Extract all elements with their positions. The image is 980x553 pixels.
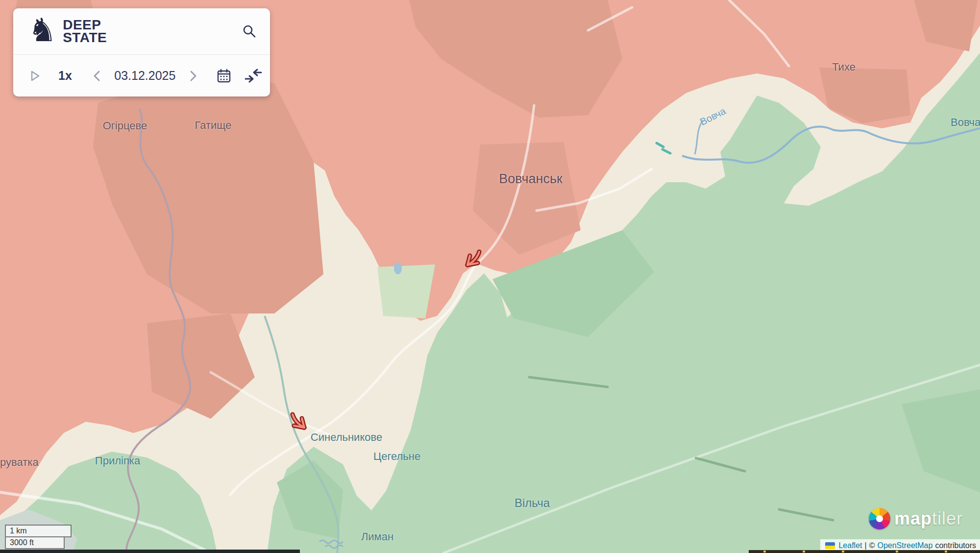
bottom-strip-right	[749, 550, 980, 553]
calendar-icon	[216, 68, 232, 84]
map-label-hatyshche: Гатище	[195, 119, 232, 132]
play-button[interactable]	[28, 69, 42, 83]
arrow-synelnykove	[289, 412, 311, 433]
bottom-strip-left	[0, 550, 300, 553]
grayzone-green-patch	[377, 264, 435, 318]
scale-control: 1 km 3000 ft	[5, 525, 72, 549]
maptiler-wordmark: maptiler	[894, 508, 963, 529]
ukraine-flag-icon	[825, 542, 835, 549]
osm-link[interactable]: OpenStreetMap	[877, 541, 932, 550]
chevron-right-icon	[187, 69, 199, 83]
calendar-button[interactable]	[216, 68, 232, 84]
play-icon	[28, 69, 42, 83]
panel-header-row: ♞ DEEP STATE	[13, 8, 270, 55]
maptiler-watermark[interactable]: maptiler	[869, 508, 963, 529]
map-label-vovchan-cut: Вовчан	[951, 116, 980, 129]
map-label-synelnykove: Синельникове	[311, 431, 382, 444]
map-label-hruvatka-cut: груватка	[0, 456, 39, 469]
deepstate-map-app: ОгірцевеГатищеВовчанськТихеВовчанВовчаСи…	[0, 0, 980, 553]
pond	[394, 263, 402, 274]
attribution-separator: |	[865, 541, 867, 550]
app-logo: DEEP STATE	[63, 19, 107, 44]
contributors-text: contributors	[935, 541, 976, 550]
maptiler-word-map: map	[894, 508, 932, 529]
maptiler-word-tiler: tiler	[932, 508, 963, 529]
prev-day-button[interactable]	[91, 69, 103, 83]
maptiler-logo-icon	[869, 508, 890, 529]
map-label-prylipka: Приліпка	[95, 455, 140, 467]
map-label-vilcha: Вільча	[514, 496, 550, 510]
map-label-lyman: Лиман	[361, 530, 393, 543]
map-label-ohirtseve: Огірцеве	[103, 120, 147, 132]
copyright-symbol: ©	[869, 541, 875, 550]
logo-line2: STATE	[63, 31, 107, 44]
scale-km: 1 km	[5, 525, 72, 537]
map-label-vovchansk: Вовчанськ	[499, 171, 563, 187]
map-label-tykhe: Тихе	[832, 61, 856, 73]
leaflet-link[interactable]: Leaflet	[838, 541, 862, 550]
next-day-button[interactable]	[187, 69, 199, 83]
compare-button[interactable]	[244, 68, 263, 84]
speed-button[interactable]: 1x	[58, 69, 72, 83]
search-icon	[242, 24, 257, 39]
date-display[interactable]: 03.12.2025	[103, 69, 187, 83]
map-label-tsehelne: Цегельне	[373, 450, 420, 463]
compare-arrows-icon	[244, 68, 263, 84]
arrow-vovchansk	[461, 249, 483, 270]
search-button[interactable]	[242, 24, 257, 39]
chevron-left-icon	[91, 69, 103, 83]
control-panel: ♞ DEEP STATE 1x	[13, 8, 270, 96]
panel-controls-row: 1x 03.12.2025	[13, 55, 270, 96]
scale-ft: 3000 ft	[5, 536, 65, 549]
chess-knight-icon: ♞	[28, 15, 57, 45]
